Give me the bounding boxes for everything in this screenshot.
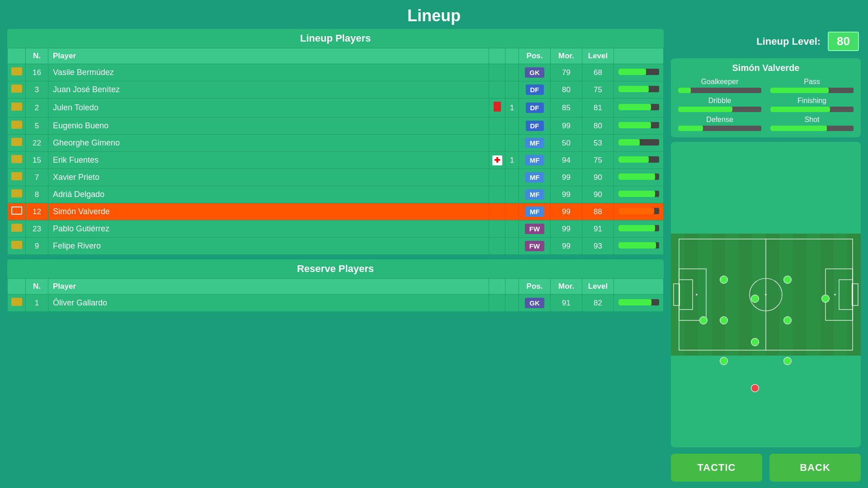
name-cell: Felipe Rivero [48,238,489,255]
mor-cell: 85 [551,99,582,117]
table-row[interactable]: 2 Julen Toledo 1 DF 85 81 [8,99,664,117]
level-bar-bg [618,86,659,92]
stat-label: Shot [770,116,854,124]
stat-label: Defense [678,116,761,124]
col-player: Player [48,48,489,64]
stat-item: Shot [770,116,854,131]
stat-label: Goalkeeper [678,78,761,86]
folder-cell [8,203,26,221]
number-cell: 8 [26,186,48,203]
field-player [720,276,728,284]
name-cell: Xavier Prieto [48,169,489,186]
table-row[interactable]: 16 Vasile Bermúdez GK 79 68 [8,64,664,81]
level-bar-fill [618,208,654,214]
pos-cell: DF [519,99,551,117]
pos-badge: MF [525,206,544,217]
pos-badge: MF [525,138,544,148]
reserve-players-table: N. Player Pos. Mor. Level 1 Óliver Galla… [7,278,664,312]
field-svg [671,142,861,447]
pos-badge: DF [526,103,544,113]
back-button[interactable]: BACK [769,454,861,482]
level-bar-bg [618,208,659,214]
pos-badge: MF [525,155,544,165]
res-col-folder [8,279,26,295]
stat-item: Goalkeeper [678,78,761,93]
table-row[interactable]: 22 Gheorghe Gimeno MF 50 53 [8,135,664,152]
card-count-cell [505,221,519,238]
name-cell: Juan José Benítez [48,81,489,99]
folder-icon [11,241,22,249]
res-number-cell: 1 [26,295,48,312]
stat-bar-fill [770,107,830,112]
field-player [700,317,708,324]
folder-cell [8,238,26,255]
table-row[interactable]: 23 Pablo Gutiérrez FW 99 91 [8,221,664,238]
number-cell: 12 [26,203,48,221]
level-bar-fill [618,191,655,197]
left-panel: Lineup Players N. Player Pos. Mor. Level [7,29,664,482]
number-cell: 5 [26,117,48,135]
level-cell: 81 [582,99,614,117]
bar-cell [614,238,664,255]
res-card-cell [489,295,505,312]
card-cell: ✚ [489,152,505,169]
stat-bar-bg [678,88,761,93]
res-col-number: N. [26,279,48,295]
level-cell: 90 [582,186,614,203]
table-row[interactable]: 3 Juan José Benítez DF 80 75 [8,81,664,99]
stat-bar-bg [678,107,761,112]
table-row[interactable]: 8 Adriá Delgado MF 99 90 [8,186,664,203]
level-bar-bg [618,139,659,145]
level-bar-bg [618,299,659,305]
bar-cell [614,81,664,99]
stat-bar-bg [770,107,854,112]
folder-icon [11,103,22,111]
level-cell: 90 [582,169,614,186]
card-count-cell [505,238,519,255]
svg-point-18 [696,294,698,296]
name-cell: Pablo Gutiérrez [48,221,489,238]
reserve-players-section: Reserve Players N. Player Pos. Mor. Leve… [7,259,664,312]
card-count-cell: 1 [505,152,519,169]
level-bar-bg [618,191,659,197]
player-stats-box: Simón Valverde Goalkeeper Pass Dribble F… [671,58,861,137]
pos-cell: FW [519,221,551,238]
svg-rect-1 [671,234,684,356]
lineup-players-table: N. Player Pos. Mor. Level 16 Vasile Berm… [7,48,664,255]
res-folder-cell [8,295,26,312]
tactic-button[interactable]: TACTIC [671,454,762,482]
mor-cell: 99 [551,238,582,255]
mor-cell: 99 [551,221,582,238]
mor-cell: 50 [551,135,582,152]
stat-label: Pass [770,78,854,86]
bar-cell [614,117,664,135]
table-row[interactable]: 5 Eugenio Bueno DF 99 80 [8,117,664,135]
folder-cell [8,81,26,99]
col-folder [8,48,26,64]
folder-icon [11,121,22,129]
level-bar-fill [618,86,649,92]
table-row[interactable]: 1 Óliver Gallardo GK 91 82 [8,295,664,312]
table-row[interactable]: 7 Xavier Prieto MF 99 90 [8,169,664,186]
card-cell [489,117,505,135]
card-cell [489,64,505,81]
level-cell: 75 [582,152,614,169]
table-row[interactable]: 9 Felipe Rivero FW 99 93 [8,238,664,255]
card-cell [489,169,505,186]
table-row[interactable]: 15 Erik Fuentes ✚ 1 MF 94 75 [8,152,664,169]
card-count-cell [505,169,519,186]
folder-cell [8,117,26,135]
field-player [751,338,759,346]
selected-folder-icon [11,206,22,215]
number-cell: 2 [26,99,48,117]
col-cardcount [505,48,519,64]
folder-icon [11,172,22,180]
bar-cell [614,169,664,186]
card-cell [489,203,505,221]
bar-cell [614,135,664,152]
right-panel: Lineup Level: 80 Simón Valverde Goalkeep… [671,29,861,482]
stat-bar-bg [678,126,761,131]
table-row[interactable]: 12 Simón Valverde MF 99 88 [8,203,664,221]
folder-icon [11,298,22,306]
level-bar-fill [618,225,656,231]
